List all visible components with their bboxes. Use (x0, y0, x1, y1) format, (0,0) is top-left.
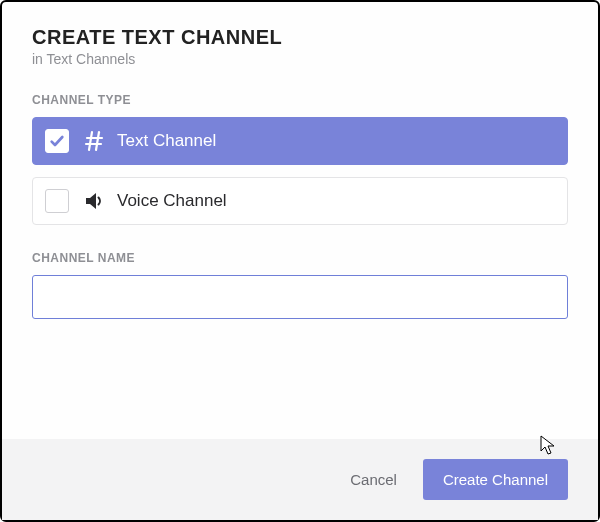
channel-name-label: CHANNEL NAME (32, 251, 568, 265)
option-label-voice: Voice Channel (117, 191, 227, 211)
cancel-button[interactable]: Cancel (346, 461, 401, 498)
hash-icon (81, 128, 107, 154)
svg-line-2 (89, 132, 92, 150)
checkbox-unchecked[interactable] (45, 189, 69, 213)
channel-name-input[interactable] (32, 275, 568, 319)
channel-type-voice-option[interactable]: Voice Channel (32, 177, 568, 225)
create-channel-modal: CREATE TEXT CHANNEL in Text Channels CHA… (0, 0, 600, 522)
modal-title: CREATE TEXT CHANNEL (32, 26, 568, 49)
create-channel-button[interactable]: Create Channel (423, 459, 568, 500)
svg-line-3 (96, 132, 99, 150)
channel-type-label: CHANNEL TYPE (32, 93, 568, 107)
channel-type-text-option[interactable]: Text Channel (32, 117, 568, 165)
check-icon (49, 133, 65, 149)
option-label-text: Text Channel (117, 131, 216, 151)
modal-subtitle: in Text Channels (32, 51, 568, 67)
modal-footer: Cancel Create Channel (2, 439, 598, 520)
modal-body: CREATE TEXT CHANNEL in Text Channels CHA… (2, 2, 598, 439)
checkbox-checked[interactable] (45, 129, 69, 153)
speaker-icon (81, 188, 107, 214)
